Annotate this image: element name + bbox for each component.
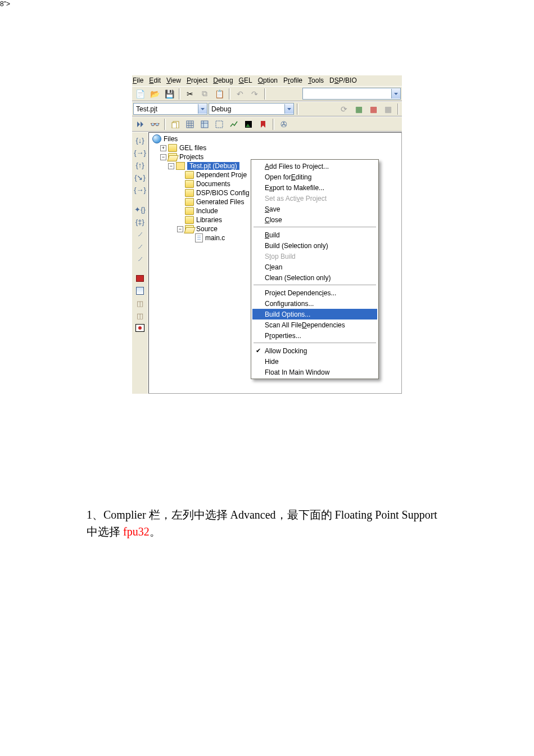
svg-rect-5 [187,121,193,128]
paste-icon[interactable]: 📋 [212,87,226,101]
expand-toggle[interactable]: − [160,154,166,160]
menu-gel[interactable]: GEL [239,76,252,84]
step-into-icon[interactable]: {↓} [134,134,146,146]
toggle-bp-icon[interactable] [169,118,182,131]
tree-root-files[interactable]: Files [151,134,401,143]
image-icon[interactable] [242,118,255,131]
graph-icon[interactable] [227,118,241,131]
separator [179,88,180,100]
build-all-icon[interactable]: ⟳ [337,102,351,116]
dropdown-arrow-icon[interactable] [198,104,207,114]
stop-build-icon[interactable]: ▦ [381,102,395,116]
project-combo-text: Test.pjt [134,105,198,113]
copy-icon[interactable]: ⧉ [198,87,211,101]
run-icon[interactable] [133,118,147,131]
rebuild-all-icon[interactable]: ▦ [366,102,380,116]
toggle-breakpoint-icon[interactable] [134,273,146,284]
grid-icon[interactable] [183,118,197,131]
paragraph-fpu32: fpu32 [123,525,150,538]
cut-icon[interactable]: ✂ [183,87,197,101]
ctx-hide[interactable]: Hide [252,356,377,367]
animate-icon[interactable]: ⟋ [134,228,146,240]
ctx-float-main[interactable]: Float In Main Window [252,367,377,377]
menubar: File Edit View Project Debug GEL Option … [132,75,402,86]
dropdown-arrow-icon[interactable] [284,104,293,114]
ctx-export-makefile[interactable]: Export to Makefile... [252,182,377,193]
ctx-clean[interactable]: Clean [252,262,377,272]
menu-debug[interactable]: Debug [213,76,233,84]
menu-view[interactable]: View [166,76,181,84]
expand-toggle[interactable]: + [160,145,166,151]
menu-tools[interactable]: Tools [308,76,324,84]
halt-icon[interactable]: ⟋ [134,253,146,264]
expand-toggle[interactable]: − [177,226,183,232]
record-icon[interactable] [134,322,146,334]
project-combo[interactable]: Test.pjt [133,103,207,115]
menu-option[interactable]: Option [258,76,278,84]
dropdown-arrow-icon[interactable] [391,89,400,98]
registers-icon[interactable] [212,118,226,131]
instruction-paragraph: 1、Complier 栏，左列中选择 Advanced，最下面的 Floatin… [87,506,447,540]
folder-icon [185,198,194,206]
step-icon[interactable]: {→} [134,184,146,195]
config-combo[interactable]: Debug [209,103,294,115]
open-file-icon[interactable]: 📂 [148,87,161,101]
menu-project[interactable]: Project [187,76,207,84]
menu-file[interactable]: File [133,76,143,84]
config-combo-text: Debug [209,105,284,113]
ctx-stop-build: Stop Build [252,251,377,262]
selected-project-label: Test.pjt (Debug) [187,162,239,170]
separator [164,119,166,130]
separator [229,88,230,100]
ctx-scan-dependencies[interactable]: Scan All File Dependencies [252,320,377,330]
glasses-icon[interactable]: 👓 [148,118,161,131]
halt-step-icon[interactable]: ✦{} [134,204,146,215]
probe-icon[interactable]: ✇ [277,118,291,131]
redo-icon[interactable]: ↷ [248,87,261,101]
ctx-build-selection[interactable]: Build (Selection only) [252,240,377,251]
ctx-save[interactable]: Save [252,204,377,214]
bookmark-icon[interactable] [256,118,270,131]
ctx-build[interactable]: Build [252,230,377,240]
folder-icon [185,180,194,188]
ctx-add-files[interactable]: Add Files to Project... [252,161,377,172]
tree-gel-files[interactable]: +GEL files [151,143,401,152]
find-combo[interactable] [302,88,401,100]
ctx-clean-selection[interactable]: Clean (Selection only) [252,272,377,283]
menu-profile[interactable]: Profile [283,76,302,84]
memory-icon[interactable] [198,118,211,131]
step-over-icon[interactable]: {→} [134,147,146,158]
folder-icon [185,189,194,197]
step-out-icon[interactable]: {↑} [134,159,146,170]
ccs-screenshot: File Edit View Project Debug GEL Option … [132,75,402,394]
run-to-cursor-icon[interactable]: {↘} [134,172,146,183]
ctx-configurations[interactable]: Configurations... [252,298,377,309]
run-icon[interactable]: ⟋ [134,241,146,252]
ctx-set-active-project: Set as Active Project [252,193,377,204]
ctx-project-dependencies[interactable]: Project Dependencies... [252,287,377,298]
undo-icon[interactable]: ↶ [233,87,247,101]
incremental-build-icon[interactable]: ▦ [352,102,365,116]
ctx-allow-docking[interactable]: Allow Docking [252,345,377,356]
save-icon[interactable]: 💾 [162,87,176,101]
globe-icon [152,134,161,143]
menu-edit[interactable]: Edit [149,76,161,84]
database-icon[interactable]: ◫ [134,298,146,309]
chip-icon[interactable]: ◫ [134,310,146,321]
ctx-properties[interactable]: Properties... [252,330,377,341]
project-tree[interactable]: Files +GEL files −Projects −Test.pjt (De… [148,132,402,394]
window-icon[interactable] [134,285,146,296]
new-file-icon[interactable]: 📄 [133,87,147,101]
ctx-build-options[interactable]: Build Options... [252,309,377,320]
menu-dspbio[interactable]: DSP/BIO [329,76,357,84]
separator [273,119,274,130]
svg-rect-10 [201,121,208,128]
svg-marker-2 [287,108,291,110]
folder-open-icon [185,225,194,233]
expand-toggle[interactable]: − [168,163,174,169]
ctx-open-editing[interactable]: Open for Editing [252,172,377,182]
toolbar-project: Test.pjt Debug ⟳ ▦ ▦ ▦ [132,101,402,116]
ctx-close[interactable]: Close [252,214,377,225]
run-free-icon[interactable]: {‡} [134,216,146,227]
svg-rect-4 [172,123,177,128]
